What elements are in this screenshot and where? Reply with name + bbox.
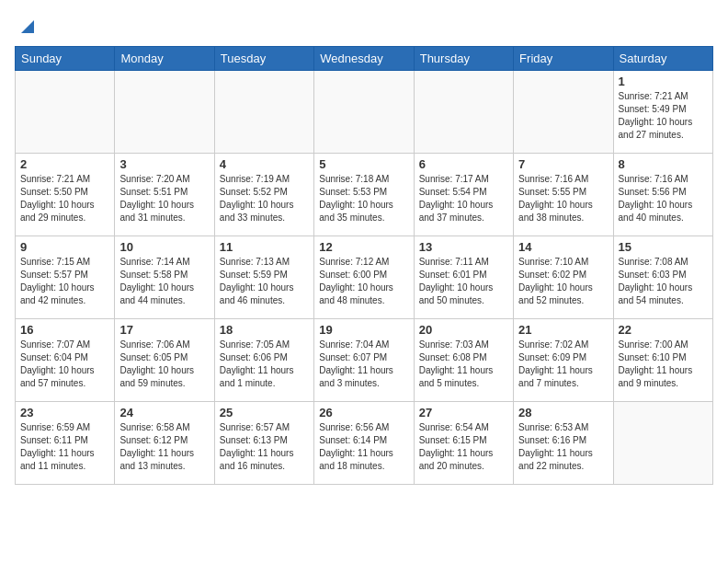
calendar-cell <box>214 71 313 154</box>
calendar-cell: 10Sunrise: 7:14 AM Sunset: 5:58 PM Dayli… <box>115 236 214 319</box>
day-number: 27 <box>419 406 508 419</box>
calendar-table: SundayMondayTuesdayWednesdayThursdayFrid… <box>15 46 713 485</box>
calendar-cell <box>115 71 214 154</box>
day-number: 14 <box>518 240 608 254</box>
day-info: Sunrise: 7:10 AM Sunset: 6:02 PM Dayligh… <box>518 256 608 307</box>
calendar-day-header: Saturday <box>613 47 712 71</box>
day-number: 12 <box>319 240 408 254</box>
day-number: 16 <box>20 323 109 337</box>
day-info: Sunrise: 7:04 AM Sunset: 6:07 PM Dayligh… <box>319 339 408 390</box>
day-info: Sunrise: 7:08 AM Sunset: 6:03 PM Dayligh… <box>619 256 708 307</box>
logo <box>15 15 38 37</box>
calendar-cell: 5Sunrise: 7:18 AM Sunset: 5:53 PM Daylig… <box>314 154 414 236</box>
day-number: 11 <box>220 240 309 254</box>
calendar-day-header: Friday <box>514 47 613 71</box>
calendar-cell: 22Sunrise: 7:00 AM Sunset: 6:10 PM Dayli… <box>613 319 712 402</box>
day-number: 17 <box>119 323 209 337</box>
day-info: Sunrise: 7:06 AM Sunset: 6:05 PM Dayligh… <box>119 339 209 390</box>
calendar-cell: 20Sunrise: 7:03 AM Sunset: 6:08 PM Dayli… <box>414 319 513 402</box>
calendar-cell: 13Sunrise: 7:11 AM Sunset: 6:01 PM Dayli… <box>414 236 513 319</box>
day-number: 3 <box>119 157 209 171</box>
day-info: Sunrise: 6:57 AM Sunset: 6:13 PM Dayligh… <box>220 421 309 473</box>
day-info: Sunrise: 7:16 AM Sunset: 5:56 PM Dayligh… <box>619 173 708 224</box>
calendar-cell <box>613 402 712 485</box>
calendar-cell: 18Sunrise: 7:05 AM Sunset: 6:06 PM Dayli… <box>214 319 313 402</box>
page-header <box>15 15 713 37</box>
calendar-cell: 17Sunrise: 7:06 AM Sunset: 6:05 PM Dayli… <box>115 319 214 402</box>
day-info: Sunrise: 6:59 AM Sunset: 6:11 PM Dayligh… <box>20 421 109 473</box>
day-info: Sunrise: 7:20 AM Sunset: 5:51 PM Dayligh… <box>119 173 209 224</box>
calendar-cell: 28Sunrise: 6:53 AM Sunset: 6:16 PM Dayli… <box>514 402 613 485</box>
day-number: 28 <box>518 406 608 419</box>
logo-icon <box>17 17 38 37</box>
calendar-cell: 7Sunrise: 7:16 AM Sunset: 5:55 PM Daylig… <box>514 154 613 236</box>
day-number: 20 <box>419 323 508 337</box>
calendar-cell: 19Sunrise: 7:04 AM Sunset: 6:07 PM Dayli… <box>314 319 414 402</box>
day-info: Sunrise: 7:03 AM Sunset: 6:08 PM Dayligh… <box>419 339 508 390</box>
calendar-day-header: Monday <box>115 47 214 71</box>
calendar-cell <box>414 71 513 154</box>
calendar-cell <box>514 71 613 154</box>
day-number: 5 <box>319 157 408 171</box>
day-info: Sunrise: 6:56 AM Sunset: 6:14 PM Dayligh… <box>319 421 408 473</box>
day-number: 1 <box>619 75 708 88</box>
day-info: Sunrise: 7:00 AM Sunset: 6:10 PM Dayligh… <box>619 339 708 390</box>
calendar-header-row: SundayMondayTuesdayWednesdayThursdayFrid… <box>16 47 713 71</box>
day-info: Sunrise: 7:21 AM Sunset: 5:50 PM Dayligh… <box>20 173 109 224</box>
day-number: 26 <box>319 406 408 419</box>
day-number: 4 <box>220 157 309 171</box>
day-number: 15 <box>619 240 708 254</box>
day-number: 21 <box>518 323 608 337</box>
calendar-day-header: Sunday <box>16 47 115 71</box>
day-number: 25 <box>220 406 309 419</box>
day-number: 2 <box>20 157 109 171</box>
calendar-cell: 9Sunrise: 7:15 AM Sunset: 5:57 PM Daylig… <box>16 236 115 319</box>
calendar-cell: 2Sunrise: 7:21 AM Sunset: 5:50 PM Daylig… <box>16 154 115 236</box>
day-number: 23 <box>20 406 109 419</box>
calendar-cell: 24Sunrise: 6:58 AM Sunset: 6:12 PM Dayli… <box>115 402 214 485</box>
day-number: 18 <box>220 323 309 337</box>
day-number: 24 <box>119 406 209 419</box>
calendar-week-row: 1Sunrise: 7:21 AM Sunset: 5:49 PM Daylig… <box>16 71 713 154</box>
calendar-cell: 1Sunrise: 7:21 AM Sunset: 5:49 PM Daylig… <box>613 71 712 154</box>
calendar-cell: 3Sunrise: 7:20 AM Sunset: 5:51 PM Daylig… <box>115 154 214 236</box>
day-number: 7 <box>518 157 608 171</box>
day-info: Sunrise: 6:54 AM Sunset: 6:15 PM Dayligh… <box>419 421 508 473</box>
day-info: Sunrise: 7:11 AM Sunset: 6:01 PM Dayligh… <box>419 256 508 307</box>
calendar-cell: 8Sunrise: 7:16 AM Sunset: 5:56 PM Daylig… <box>613 154 712 236</box>
calendar-cell: 26Sunrise: 6:56 AM Sunset: 6:14 PM Dayli… <box>314 402 414 485</box>
calendar-day-header: Thursday <box>414 47 513 71</box>
calendar-cell <box>314 71 414 154</box>
day-info: Sunrise: 7:14 AM Sunset: 5:58 PM Dayligh… <box>119 256 209 307</box>
day-info: Sunrise: 7:16 AM Sunset: 5:55 PM Dayligh… <box>518 173 608 224</box>
day-number: 6 <box>419 157 508 171</box>
calendar-day-header: Wednesday <box>314 47 414 71</box>
calendar-cell: 4Sunrise: 7:19 AM Sunset: 5:52 PM Daylig… <box>214 154 313 236</box>
calendar-cell: 23Sunrise: 6:59 AM Sunset: 6:11 PM Dayli… <box>16 402 115 485</box>
day-info: Sunrise: 7:21 AM Sunset: 5:49 PM Dayligh… <box>619 90 708 142</box>
day-info: Sunrise: 7:07 AM Sunset: 6:04 PM Dayligh… <box>20 339 109 390</box>
calendar-cell: 21Sunrise: 7:02 AM Sunset: 6:09 PM Dayli… <box>514 319 613 402</box>
calendar-cell: 27Sunrise: 6:54 AM Sunset: 6:15 PM Dayli… <box>414 402 513 485</box>
day-info: Sunrise: 7:02 AM Sunset: 6:09 PM Dayligh… <box>518 339 608 390</box>
day-info: Sunrise: 7:19 AM Sunset: 5:52 PM Dayligh… <box>220 173 309 224</box>
day-info: Sunrise: 7:17 AM Sunset: 5:54 PM Dayligh… <box>419 173 508 224</box>
day-number: 9 <box>20 240 109 254</box>
day-info: Sunrise: 7:15 AM Sunset: 5:57 PM Dayligh… <box>20 256 109 307</box>
day-number: 10 <box>119 240 209 254</box>
calendar-cell: 12Sunrise: 7:12 AM Sunset: 6:00 PM Dayli… <box>314 236 414 319</box>
calendar-week-row: 9Sunrise: 7:15 AM Sunset: 5:57 PM Daylig… <box>16 236 713 319</box>
day-number: 19 <box>319 323 408 337</box>
day-info: Sunrise: 6:58 AM Sunset: 6:12 PM Dayligh… <box>119 421 209 473</box>
day-info: Sunrise: 6:53 AM Sunset: 6:16 PM Dayligh… <box>518 421 608 473</box>
calendar-week-row: 2Sunrise: 7:21 AM Sunset: 5:50 PM Daylig… <box>16 154 713 236</box>
svg-marker-0 <box>21 20 34 33</box>
day-info: Sunrise: 7:05 AM Sunset: 6:06 PM Dayligh… <box>220 339 309 390</box>
day-info: Sunrise: 7:12 AM Sunset: 6:00 PM Dayligh… <box>319 256 408 307</box>
day-number: 22 <box>619 323 708 337</box>
calendar-cell: 16Sunrise: 7:07 AM Sunset: 6:04 PM Dayli… <box>16 319 115 402</box>
day-info: Sunrise: 7:18 AM Sunset: 5:53 PM Dayligh… <box>319 173 408 224</box>
calendar-cell: 11Sunrise: 7:13 AM Sunset: 5:59 PM Dayli… <box>214 236 313 319</box>
calendar-cell <box>16 71 115 154</box>
calendar-day-header: Tuesday <box>214 47 313 71</box>
